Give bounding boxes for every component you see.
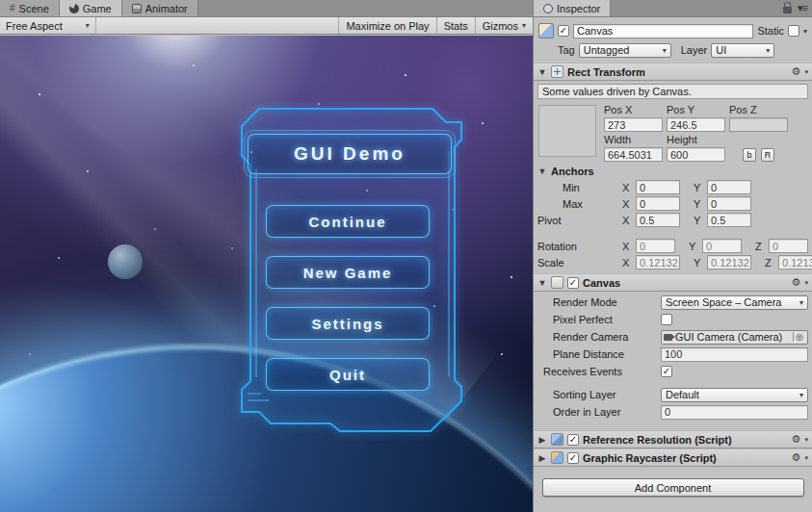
anchor-max-x-field[interactable]: 0 — [636, 196, 680, 211]
canvas-component-title: Canvas — [583, 277, 620, 289]
y-label: Y — [689, 241, 698, 252]
anchors-foldout-icon[interactable]: ▼ — [537, 166, 547, 176]
inspector-panel: Inspector ▾≡ ✓ Canvas Static ▾ Tag Untag… — [533, 0, 812, 512]
layer-dropdown[interactable]: UI ▾ — [711, 43, 774, 58]
pivot-x-field[interactable]: 0.5 — [636, 213, 680, 227]
x-label: X — [622, 182, 632, 193]
gear-icon[interactable]: ⚙ — [792, 451, 801, 464]
pos-z-field[interactable] — [729, 117, 788, 132]
tab-animator[interactable]: Animator — [122, 0, 198, 16]
tab-animator-label: Animator — [145, 3, 188, 14]
z-label: Z — [765, 257, 774, 269]
tag-dropdown[interactable]: Untagged ▾ — [579, 43, 671, 58]
rotation-z-field[interactable]: 0 — [769, 239, 808, 253]
add-component-button[interactable]: Add Component — [542, 478, 804, 497]
static-dropdown-icon[interactable]: ▾ — [803, 27, 807, 36]
static-checkbox[interactable] — [788, 25, 799, 37]
animator-icon — [132, 4, 142, 13]
canvas-enabled-checkbox[interactable]: ✓ — [567, 277, 579, 289]
anchor-max-y-field[interactable]: 0 — [707, 196, 751, 211]
pos-z-label: Pos Z — [729, 104, 788, 115]
reference-resolution-enabled-checkbox[interactable]: ✓ — [567, 434, 579, 446]
rotation-y-field[interactable]: 0 — [702, 239, 742, 253]
quit-button[interactable]: Quit — [266, 358, 430, 391]
order-in-layer-label: Order in Layer — [537, 406, 661, 418]
render-mode-dropdown[interactable]: Screen Space – Camera ▾ — [661, 295, 808, 310]
receives-events-checkbox[interactable]: ✓ — [661, 366, 672, 377]
width-field[interactable]: 664.5031 — [604, 147, 663, 162]
active-checkbox[interactable]: ✓ — [558, 25, 569, 37]
anchor-min-y-field[interactable]: 0 — [707, 180, 751, 194]
foldout-open-icon[interactable]: ▼ — [537, 67, 547, 77]
gear-icon[interactable]: ⚙ — [792, 65, 801, 78]
pos-x-field[interactable]: 273 — [604, 117, 663, 132]
graphic-raycaster-header[interactable]: ▶ ✓ Graphic Raycaster (Script) ⚙ ▾ — [534, 448, 812, 467]
inspector-icon — [543, 4, 553, 13]
rect-transform-title: Rect Transform — [567, 66, 645, 78]
x-label: X — [622, 241, 632, 252]
scene-grid-icon: # — [10, 3, 15, 13]
scale-x-field[interactable]: 0.12132 — [636, 255, 680, 269]
x-label: X — [622, 215, 632, 226]
foldout-closed-icon[interactable]: ▶ — [537, 453, 547, 463]
blueprint-mode-button[interactable]: b — [743, 148, 756, 162]
rotation-x-field[interactable]: 0 — [636, 239, 675, 253]
graphic-raycaster-enabled-checkbox[interactable]: ✓ — [567, 452, 579, 464]
x-label: X — [622, 257, 632, 269]
stats-label: Stats — [444, 20, 468, 32]
foldout-closed-icon[interactable]: ▶ — [537, 435, 547, 445]
maximize-on-play-button[interactable]: Maximize on Play — [338, 17, 435, 34]
settings-button[interactable]: Settings — [266, 307, 430, 340]
pivot-y-field[interactable]: 0.5 — [707, 213, 751, 227]
plane-distance-label: Plane Distance — [537, 348, 661, 360]
reference-resolution-icon — [551, 433, 563, 446]
tab-game[interactable]: Game — [60, 0, 122, 16]
chevron-down-icon: ▾ — [663, 46, 667, 55]
receives-events-label: Receives Events — [537, 366, 661, 377]
anchor-preset-preview[interactable] — [538, 105, 596, 157]
gear-icon[interactable]: ⚙ — [792, 433, 801, 446]
reference-resolution-header[interactable]: ▶ ✓ Reference Resolution (Script) ⚙ ▾ — [534, 430, 812, 448]
layer-value: UI — [716, 44, 726, 56]
chevron-down-icon: ▾ — [804, 279, 808, 287]
stats-button[interactable]: Stats — [436, 17, 475, 34]
canvas-component-header[interactable]: ▼ ✓ Canvas ⚙ ▾ — [534, 273, 812, 292]
tab-scene[interactable]: # Scene — [0, 0, 60, 16]
inspector-tabstrip: Inspector ▾≡ — [534, 0, 812, 17]
continue-button[interactable]: Continue — [266, 205, 430, 238]
menu-title-button[interactable]: GUI Demo — [248, 134, 452, 174]
sorting-layer-dropdown[interactable]: Default ▾ — [661, 388, 808, 402]
panel-menu-icon[interactable]: ▾≡ — [798, 2, 807, 14]
order-in-layer-field[interactable]: 0 — [661, 405, 808, 420]
lock-icon[interactable] — [783, 7, 792, 13]
name-field[interactable]: Canvas — [573, 24, 753, 38]
pixel-perfect-checkbox[interactable] — [661, 314, 672, 325]
raw-edit-mode-button[interactable]: R — [761, 148, 774, 162]
rect-transform-header[interactable]: ▼ Rect Transform ⚙ ▾ — [534, 63, 812, 81]
graphic-raycaster-icon — [551, 451, 563, 464]
tab-scene-label: Scene — [19, 3, 49, 14]
y-label: Y — [694, 215, 703, 226]
pos-y-field[interactable]: 246.5 — [667, 117, 725, 132]
gizmos-dropdown[interactable]: Gizmos ▾ — [475, 17, 533, 34]
foldout-open-icon[interactable]: ▼ — [537, 278, 547, 288]
anchor-min-x-field[interactable]: 0 — [636, 180, 680, 194]
chevron-down-icon: ▾ — [799, 298, 803, 307]
y-label: Y — [694, 198, 703, 210]
scale-y-field[interactable]: 0.12132 — [707, 255, 751, 269]
graphic-raycaster-title: Graphic Raycaster (Script) — [583, 452, 717, 464]
object-picker-icon[interactable]: ◎ — [793, 332, 805, 342]
aspect-dropdown[interactable]: Free Aspect ▾ — [0, 17, 96, 34]
scale-z-field[interactable]: 0.12132 — [778, 255, 812, 269]
tab-inspector[interactable]: Inspector — [534, 0, 611, 16]
canvas-component-icon — [551, 276, 563, 289]
height-field[interactable]: 600 — [667, 147, 725, 162]
new-game-button[interactable]: New Game — [266, 256, 430, 289]
chevron-down-icon: ▾ — [804, 68, 808, 76]
plane-distance-field[interactable]: 100 — [661, 347, 808, 362]
gear-icon[interactable]: ⚙ — [792, 276, 801, 289]
chevron-down-icon: ▾ — [522, 21, 526, 30]
tab-game-label: Game — [83, 3, 112, 14]
render-camera-object-field[interactable]: GUI Camera (Camera) ◎ — [661, 330, 808, 345]
game-view-icon — [69, 4, 79, 13]
